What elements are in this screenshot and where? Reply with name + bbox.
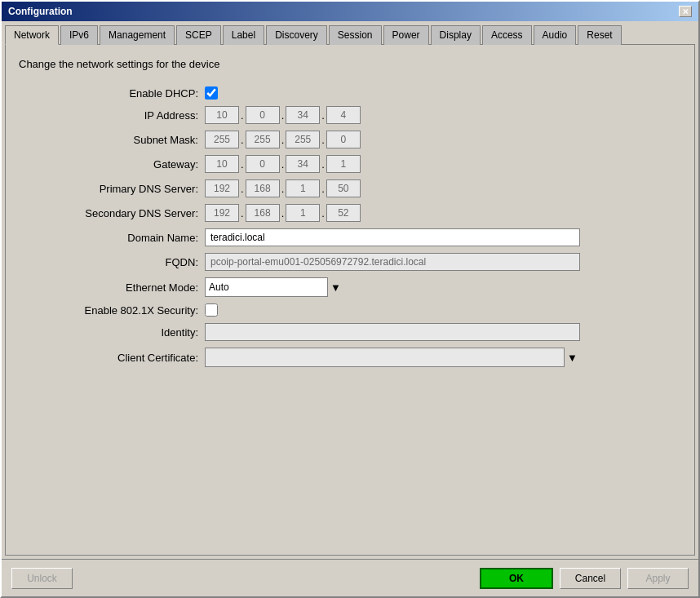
ip-address-label: IP Address: bbox=[19, 109, 198, 122]
client-cert-wrapper: ▼ bbox=[205, 348, 580, 367]
enable-8021x-row: Enable 802.1X Security: bbox=[19, 303, 681, 317]
primary-dns-group: . . . bbox=[205, 179, 361, 197]
enable-dhcp-row: Enable DHCP: bbox=[19, 86, 681, 100]
domain-name-row: Domain Name: bbox=[19, 228, 681, 246]
tab-scep[interactable]: SCEP bbox=[176, 25, 221, 45]
gateway-oct3[interactable] bbox=[286, 155, 320, 173]
enable-8021x-label: Enable 802.1X Security: bbox=[19, 304, 198, 317]
footer-left: Unlock bbox=[11, 568, 73, 589]
ip-oct3[interactable] bbox=[286, 106, 320, 124]
unlock-button[interactable]: Unlock bbox=[11, 568, 73, 589]
tab-network[interactable]: Network bbox=[5, 25, 59, 45]
identity-label: Identity: bbox=[19, 326, 198, 339]
secondary-dns-group: . . . bbox=[205, 204, 361, 222]
tab-display[interactable]: Display bbox=[431, 25, 481, 45]
window-title: Configuration bbox=[8, 6, 73, 17]
subnet-oct4[interactable] bbox=[326, 131, 361, 148]
secondary-dns-label: Secondary DNS Server: bbox=[19, 207, 198, 219]
sdns-oct4[interactable] bbox=[326, 204, 361, 222]
gateway-row: Gateway: . . . bbox=[19, 155, 681, 173]
secondary-dns-row: Secondary DNS Server: . . . bbox=[19, 204, 681, 222]
gateway-oct1[interactable] bbox=[205, 155, 239, 173]
pdns-oct2[interactable] bbox=[246, 179, 280, 197]
pdns-oct3[interactable] bbox=[286, 179, 320, 197]
ethernet-mode-wrapper: Auto 100 Mbps Full-Duplex 10 Mbps Full-D… bbox=[205, 277, 343, 297]
sdns-oct2[interactable] bbox=[246, 204, 280, 222]
gateway-label: Gateway: bbox=[19, 158, 198, 171]
ok-button[interactable]: OK bbox=[480, 568, 553, 589]
tab-audio[interactable]: Audio bbox=[534, 25, 577, 45]
primary-dns-label: Primary DNS Server: bbox=[19, 183, 198, 195]
apply-button[interactable]: Apply bbox=[627, 568, 689, 589]
ip-address-row: IP Address: . . . bbox=[19, 106, 681, 124]
pdns-oct1[interactable] bbox=[205, 179, 239, 197]
tab-power[interactable]: Power bbox=[383, 25, 429, 45]
client-cert-select[interactable] bbox=[205, 348, 580, 367]
fqdn-input[interactable] bbox=[205, 253, 580, 271]
ip-oct2[interactable] bbox=[246, 106, 280, 124]
subnet-mask-group: . . . bbox=[205, 131, 361, 148]
ip-address-group: . . . bbox=[205, 106, 361, 124]
identity-row: Identity: bbox=[19, 323, 681, 341]
ethernet-mode-select[interactable]: Auto 100 Mbps Full-Duplex 10 Mbps Full-D… bbox=[205, 277, 343, 297]
tab-ipv6[interactable]: IPv6 bbox=[60, 25, 98, 45]
ethernet-mode-label: Ethernet Mode: bbox=[19, 281, 198, 294]
ip-oct1[interactable] bbox=[205, 106, 239, 124]
client-cert-row: Client Certificate: ▼ bbox=[19, 348, 681, 367]
gateway-oct2[interactable] bbox=[246, 155, 280, 173]
tab-session[interactable]: Session bbox=[329, 25, 382, 45]
primary-dns-row: Primary DNS Server: . . . bbox=[19, 179, 681, 197]
pdns-oct4[interactable] bbox=[326, 179, 361, 197]
domain-name-input[interactable] bbox=[205, 228, 580, 246]
subnet-oct3[interactable] bbox=[286, 131, 320, 148]
sdns-oct3[interactable] bbox=[286, 204, 320, 222]
close-button[interactable]: ✕ bbox=[679, 6, 692, 17]
cancel-button[interactable]: Cancel bbox=[560, 568, 621, 589]
tab-label[interactable]: Label bbox=[223, 25, 264, 45]
enable-8021x-checkbox[interactable] bbox=[205, 303, 218, 317]
domain-name-label: Domain Name: bbox=[19, 232, 198, 244]
enable-dhcp-checkbox[interactable] bbox=[205, 86, 218, 100]
tab-bar: Network IPv6 Management SCEP Label Disco… bbox=[2, 21, 698, 44]
sdns-oct1[interactable] bbox=[205, 204, 239, 222]
identity-input[interactable] bbox=[205, 323, 580, 341]
fqdn-row: FQDN: bbox=[19, 253, 681, 271]
gateway-oct4[interactable] bbox=[326, 155, 361, 173]
tab-discovery[interactable]: Discovery bbox=[266, 25, 327, 45]
subnet-oct2[interactable] bbox=[246, 131, 280, 148]
page-description: Change the network settings for the devi… bbox=[19, 58, 681, 70]
enable-dhcp-label: Enable DHCP: bbox=[19, 87, 198, 100]
footer: Unlock OK Cancel Apply bbox=[2, 559, 698, 596]
tab-management[interactable]: Management bbox=[100, 25, 175, 45]
subnet-mask-label: Subnet Mask: bbox=[19, 134, 198, 146]
footer-right: OK Cancel Apply bbox=[480, 568, 689, 589]
configuration-window: Configuration ✕ Network IPv6 Management … bbox=[0, 0, 700, 598]
client-cert-label: Client Certificate: bbox=[19, 352, 198, 364]
tab-content-network: Change the network settings for the devi… bbox=[5, 44, 695, 556]
subnet-oct1[interactable] bbox=[205, 131, 239, 148]
tab-reset[interactable]: Reset bbox=[578, 25, 621, 45]
title-bar: Configuration ✕ bbox=[2, 2, 698, 21]
gateway-group: . . . bbox=[205, 155, 361, 173]
ethernet-mode-row: Ethernet Mode: Auto 100 Mbps Full-Duplex… bbox=[19, 277, 681, 297]
fqdn-label: FQDN: bbox=[19, 256, 198, 268]
tab-access[interactable]: Access bbox=[482, 25, 532, 45]
ip-oct4[interactable] bbox=[326, 106, 361, 124]
subnet-mask-row: Subnet Mask: . . . bbox=[19, 131, 681, 148]
